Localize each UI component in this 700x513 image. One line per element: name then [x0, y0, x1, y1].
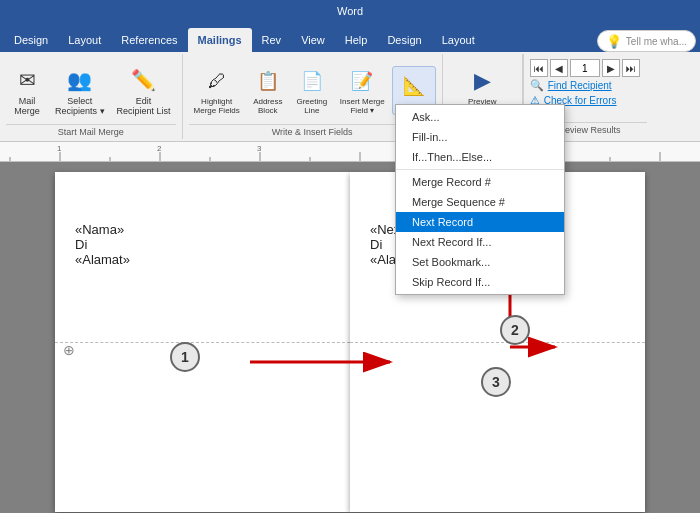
highlight-label: Highlight — [201, 97, 232, 106]
mail-merge-label: Mail — [19, 96, 36, 106]
edit-recipient-icon: ✏️ — [128, 64, 160, 96]
nav-controls: ⏮ ◀ ▶ ⏭ — [530, 59, 640, 77]
nav-last-button[interactable]: ⏭ — [622, 59, 640, 77]
tab-review[interactable]: Rev — [252, 28, 292, 52]
menu-merge-record[interactable]: Merge Record # — [396, 172, 564, 192]
menu-divider-1 — [396, 169, 564, 170]
preview-icon: ▶ — [466, 65, 498, 97]
highlight-merge-fields-button[interactable]: 🖊 Highlight Merge Fields — [189, 62, 245, 118]
menu-ask[interactable]: Ask... — [396, 107, 564, 127]
select-recipients-icon: 👥 — [64, 64, 96, 96]
menu-next-record-if[interactable]: Next Record If... — [396, 232, 564, 252]
tell-me-box[interactable]: 💡 Tell me wha... — [597, 30, 696, 52]
title-bar: Word — [0, 0, 700, 22]
find-recipient-link[interactable]: Find Recipient — [548, 80, 612, 91]
select-recipients-button[interactable]: 👥 Select Recipients ▾ — [50, 61, 110, 119]
address-block-icon: 📋 — [252, 65, 284, 97]
address-block-label: Address — [253, 97, 282, 106]
svg-rect-0 — [0, 142, 700, 162]
ruler-svg: 1 2 3 5 — [0, 142, 700, 162]
highlight-icon: 🖊 — [201, 65, 233, 97]
page1-alamat: «Alamat» — [75, 252, 330, 267]
menu-set-bookmark[interactable]: Set Bookmark... — [396, 252, 564, 272]
address-block-button[interactable]: 📋 Address Block — [247, 62, 289, 118]
select-recipients-label: Select — [67, 96, 92, 106]
greeting-line-icon: 📄 — [296, 65, 328, 97]
tab-layout-left[interactable]: Layout — [58, 28, 111, 52]
start-mail-merge-group: ✉ Mail Merge 👥 Select Recipients ▾ ✏️ Ed… — [0, 54, 183, 139]
mail-merge-button[interactable]: ✉ Mail Merge — [6, 61, 48, 119]
menu-if-then-else[interactable]: If...Then...Else... — [396, 147, 564, 167]
find-recipient-row[interactable]: 🔍 Find Recipient — [530, 78, 647, 93]
page1-di: Di — [75, 237, 330, 252]
nav-next-button[interactable]: ▶ — [602, 59, 620, 77]
rules-icon: 📐 — [398, 70, 430, 102]
nav-prev-button[interactable]: ◀ — [550, 59, 568, 77]
svg-text:3: 3 — [257, 144, 262, 153]
page1-divider — [55, 342, 350, 343]
find-recipient-icon: 🔍 — [530, 79, 544, 92]
tab-design-right[interactable]: Design — [377, 28, 431, 52]
tab-references[interactable]: References — [111, 28, 187, 52]
app-title: Word — [337, 5, 363, 17]
tab-design-left[interactable]: Design — [4, 28, 58, 52]
nav-row: ⏮ ◀ ▶ ⏭ — [530, 58, 647, 78]
nav-first-button[interactable]: ⏮ — [530, 59, 548, 77]
greeting-line-label: Greeting — [296, 97, 327, 106]
tab-view[interactable]: View — [291, 28, 335, 52]
page-1-content: «Nama» Di «Alamat» — [55, 172, 350, 287]
document-page-1: ⊕ «Nama» Di «Alamat» — [55, 172, 350, 512]
insert-merge-field-button[interactable]: 📝 Insert Merge Field ▾ — [335, 62, 390, 118]
menu-next-record[interactable]: Next Record — [396, 212, 564, 232]
greeting-line-button[interactable]: 📄 Greeting Line — [291, 62, 333, 118]
mail-merge-icon: ✉ — [11, 64, 43, 96]
tab-layout-right[interactable]: Layout — [432, 28, 485, 52]
page2-divider — [350, 342, 645, 343]
insert-merge-label: Insert Merge — [340, 97, 385, 106]
page-left-handle: ⊕ — [63, 342, 75, 358]
menu-skip-record-if[interactable]: Skip Record If... — [396, 272, 564, 292]
ribbon: ✉ Mail Merge 👥 Select Recipients ▾ ✏️ Ed… — [0, 52, 700, 142]
tab-mailings[interactable]: Mailings — [188, 28, 252, 52]
insert-merge-icon: 📝 — [346, 65, 378, 97]
edit-recipient-list-button[interactable]: ✏️ Edit Recipient List — [112, 61, 176, 119]
svg-text:1: 1 — [57, 144, 62, 153]
svg-text:2: 2 — [157, 144, 162, 153]
nav-page-input[interactable] — [570, 59, 600, 77]
ribbon-tabs: Design Layout References Mailings Rev Vi… — [0, 22, 700, 52]
start-mail-merge-buttons: ✉ Mail Merge 👥 Select Recipients ▾ ✏️ Ed… — [6, 56, 176, 124]
tell-me-placeholder: Tell me wha... — [626, 36, 687, 47]
menu-merge-sequence[interactable]: Merge Sequence # — [396, 192, 564, 212]
edit-recipient-label: Edit — [136, 96, 152, 106]
page1-nama: «Nama» — [75, 222, 330, 237]
start-mail-merge-label: Start Mail Merge — [6, 124, 176, 137]
document-area: ⊕ «Nama» Di «Alamat» «Next Di «Alamat» — [0, 162, 700, 513]
menu-fill-in[interactable]: Fill-in... — [396, 127, 564, 147]
tab-help[interactable]: Help — [335, 28, 378, 52]
rules-dropdown-menu: Ask... Fill-in... If...Then...Else... Me… — [395, 104, 565, 295]
ruler: 1 2 3 5 — [0, 142, 700, 162]
